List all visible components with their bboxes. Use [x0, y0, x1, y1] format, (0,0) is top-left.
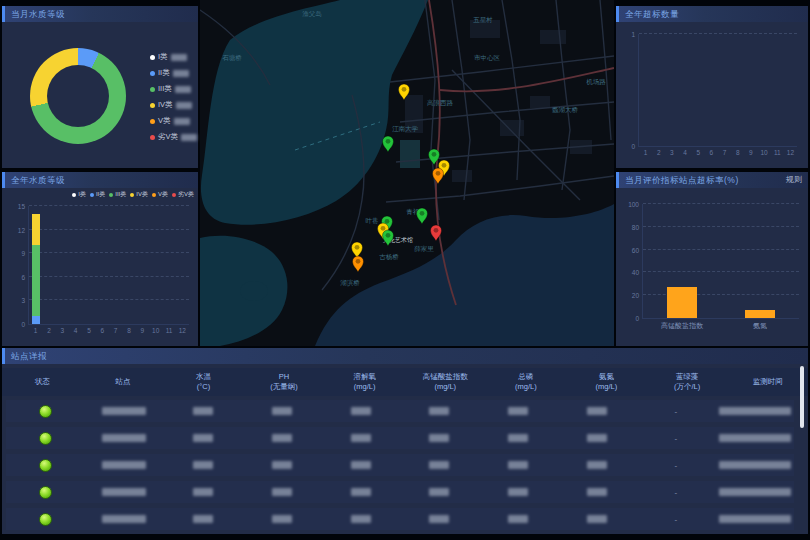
status-dot-icon: [39, 405, 52, 418]
table-cell: [400, 434, 479, 442]
legend-label: IV类: [158, 100, 173, 110]
column-unit: (mg/L): [596, 382, 618, 392]
legend-dot-icon: [109, 193, 113, 197]
panel-title: 全年超标数量: [625, 6, 679, 22]
y-tick-label: 0: [21, 321, 25, 328]
x-tick-label: 1: [34, 327, 38, 334]
map-pin[interactable]: [428, 222, 444, 242]
map-place-label: 石塘桥: [222, 54, 242, 63]
map-pin[interactable]: [350, 253, 366, 273]
column-label: PH: [279, 372, 289, 382]
table-cell: [242, 434, 321, 442]
x-tick-label: 6: [101, 327, 105, 334]
redacted-value: [272, 434, 292, 442]
rate-bar: [745, 310, 775, 318]
map-pin[interactable]: [396, 81, 412, 101]
legend-item[interactable]: V类: [150, 116, 197, 126]
legend-item[interactable]: IV类: [150, 100, 197, 110]
redacted-value: [351, 461, 371, 469]
redacted-value: [102, 434, 146, 442]
panel-annual-exceed: 全年超标数量 01123456789101112: [616, 6, 808, 168]
panel-header: 当月评价指标站点超标率(%) 规则: [616, 172, 808, 188]
legend-item[interactable]: V类: [152, 190, 168, 199]
gridline: [643, 226, 799, 227]
column-label: 氨氮: [599, 372, 614, 382]
redacted-value: [102, 461, 146, 469]
column-label: 总磷: [518, 372, 533, 382]
redacted-value: [508, 488, 528, 496]
y-tick-label: 0: [635, 315, 639, 322]
map-pin[interactable]: [380, 227, 396, 247]
map-pin[interactable]: [430, 165, 446, 185]
column-unit: (万个/L): [674, 382, 700, 392]
table-cell: [321, 461, 400, 469]
redacted-value: [102, 515, 146, 523]
table-row: -: [6, 427, 794, 449]
redacted-value: [429, 488, 449, 496]
legend-item[interactable]: IV类: [130, 190, 148, 199]
table-cell: [715, 515, 794, 523]
redacted-value: [272, 407, 292, 415]
y-tick-label: 40: [632, 269, 639, 276]
map-place-label: 古杨桥: [379, 253, 399, 262]
bar-segment: [32, 245, 40, 316]
column-unit: (°C): [197, 382, 210, 392]
legend-label: IV类: [136, 190, 148, 199]
table-column-header: 状态: [2, 368, 83, 396]
table-column-header: PH(无量纲): [244, 368, 325, 396]
legend-item[interactable]: 劣V类: [150, 132, 197, 142]
map-lake: [201, 0, 428, 225]
donut-hole: [47, 65, 109, 127]
map-place-label: 市中心区: [474, 54, 500, 63]
legend-item[interactable]: I类: [150, 52, 197, 62]
column-label: 蓝绿藻: [676, 372, 699, 382]
redacted-value: [587, 434, 607, 442]
column-unit: (mg/L): [354, 382, 376, 392]
map-canvas[interactable]: 石塘桥渔父岛五星村市中心区机场路高浪西路蠡湖大桥江南大学青祁桥叶巷薛家里古杨桥湖…: [200, 0, 614, 346]
legend-item[interactable]: II类: [90, 190, 105, 199]
legend-item[interactable]: 劣V类: [172, 190, 194, 199]
legend-value-redacted: [171, 54, 187, 61]
gridline: [643, 203, 799, 204]
exceed-line-chart: 01123456789101112: [638, 34, 797, 147]
gridline: [639, 33, 797, 34]
table-row: -: [6, 454, 794, 476]
x-tick-label: 10: [760, 149, 767, 156]
legend-item[interactable]: II类: [150, 68, 197, 78]
table-cell: [400, 488, 479, 496]
annual-bar-chart: 03691215123456789101112: [28, 206, 189, 325]
x-tick-label: 4: [683, 149, 687, 156]
table-cell: -: [636, 407, 715, 416]
redacted-value: [351, 515, 371, 523]
table-cell: [321, 434, 400, 442]
table-cell: [85, 488, 164, 496]
rate-category-label: 氨氮: [753, 321, 767, 331]
redacted-value: [429, 515, 449, 523]
legend-item[interactable]: I类: [72, 190, 86, 199]
legend-dot-icon: [172, 193, 176, 197]
table-column-header: 氨氮(mg/L): [566, 368, 647, 396]
legend-label: 劣V类: [178, 190, 194, 199]
table-cell: [715, 434, 794, 442]
y-tick-label: 3: [21, 297, 25, 304]
table-scrollbar[interactable]: [800, 366, 804, 428]
redacted-value: [351, 407, 371, 415]
redacted-value: [193, 515, 213, 523]
legend-item[interactable]: III类: [109, 190, 126, 199]
table-cell: -: [636, 434, 715, 443]
y-tick-label: 100: [628, 201, 639, 208]
map-base: [200, 0, 614, 346]
table-cell: [6, 486, 85, 499]
legend-item[interactable]: III类: [150, 84, 197, 94]
table-cell: [715, 488, 794, 496]
legend-dot-icon: [150, 119, 155, 124]
map-pin[interactable]: [380, 133, 396, 153]
table-column-header: 站点: [83, 368, 164, 396]
legend-label: I类: [158, 52, 168, 62]
x-tick-label: 9: [749, 149, 753, 156]
column-label: 监测时间: [753, 377, 783, 387]
x-tick-label: 7: [723, 149, 727, 156]
column-label: 站点: [115, 377, 130, 387]
rules-link[interactable]: 规则: [786, 172, 802, 188]
redacted-value: [429, 407, 449, 415]
